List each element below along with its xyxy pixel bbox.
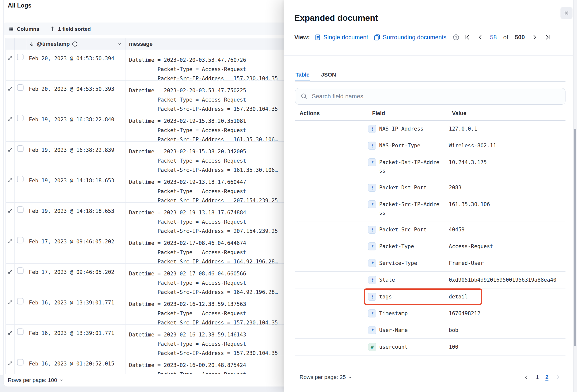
expand-document-icon[interactable] [7, 299, 13, 327]
row-checkbox[interactable] [17, 328, 24, 335]
expanded-document-flyout: Expanded document View: Single document … [284, 0, 577, 392]
expand-document-icon[interactable] [7, 55, 13, 83]
flyout-tabs: Table JSON [295, 68, 337, 82]
expand-document-icon[interactable] [7, 177, 13, 205]
log-timestamp: Feb 16, 2023 @ 13:39:01.771 [29, 330, 114, 336]
search-input[interactable] [312, 93, 560, 100]
field-value: bob [449, 327, 458, 333]
field-actions-cell [295, 242, 364, 251]
expand-document-icon[interactable] [7, 208, 13, 236]
field-name: NAS-IP-Address [379, 125, 423, 133]
tabs-divider [295, 81, 565, 82]
log-timestamp: Feb 20, 2023 @ 04:53:50.394 [29, 56, 114, 62]
expand-document-icon[interactable] [7, 86, 13, 114]
log-timestamp: Feb 20, 2023 @ 04:53:50.393 [29, 86, 114, 92]
first-document-button[interactable] [464, 34, 471, 41]
field-value: 100 [449, 344, 458, 350]
last-document-button[interactable] [544, 34, 551, 41]
column-actions-chevron-icon[interactable] [117, 41, 122, 47]
row-checkbox[interactable] [17, 298, 24, 304]
field-name: State [379, 276, 395, 284]
field-search [295, 88, 565, 105]
field-actions-cell [295, 141, 364, 150]
view-row: View: Single document Surrounding docume… [294, 33, 551, 42]
columns-button-label: Columns [17, 26, 39, 32]
field-column-header: Field [364, 110, 449, 117]
view-single-document-link[interactable]: Single document [314, 34, 368, 41]
field-name: Packet-Src-IP-Address [379, 200, 441, 217]
field-name: Packet-Dst-Port [379, 183, 427, 192]
expand-document-icon[interactable] [7, 147, 13, 175]
next-document-button[interactable] [531, 34, 538, 41]
field-value: 2083 [449, 185, 462, 191]
log-timestamp: Feb 17, 2023 @ 09:46:05.202 [29, 239, 114, 245]
select-column-header [15, 38, 26, 50]
field-row: t NAS-IP-Address 127.0.0.1 [295, 121, 565, 137]
field-table-pager: 1 2 [523, 374, 566, 380]
row-checkbox[interactable] [17, 145, 24, 152]
chevron-down-icon [59, 378, 64, 382]
flyout-header-divider [284, 56, 577, 56]
flyout-rows-per-page-button[interactable]: Rows per page: 25 [295, 374, 352, 380]
row-checkbox[interactable] [17, 84, 24, 91]
tab-json[interactable]: JSON [321, 72, 337, 82]
sort-updown-icon [49, 26, 56, 32]
expand-document-icon[interactable] [7, 116, 13, 144]
previous-document-button[interactable] [477, 34, 484, 41]
log-timestamp: Feb 19, 2023 @ 16:38:22.839 [29, 147, 114, 153]
field-name: tags [379, 292, 392, 301]
row-checkbox[interactable] [17, 115, 24, 121]
row-checkbox[interactable] [17, 267, 24, 274]
field-actions-cell [295, 200, 364, 217]
field-name: Packet-Type [379, 242, 414, 251]
log-timestamp: Feb 16, 2023 @ 01:20:52.015 [29, 361, 114, 367]
field-name: Packet-Dst-IP-Address [379, 158, 441, 175]
field-value: Wireless-802.11 [449, 143, 496, 149]
expand-document-icon[interactable] [7, 269, 13, 297]
rows-per-page-button[interactable]: Rows per page: 100 [8, 377, 64, 383]
columns-button[interactable]: Columns [8, 26, 39, 32]
message-column-label: message [129, 41, 153, 47]
field-value: 0xd9051bb4d9201695001956319a88ea40 [449, 277, 556, 283]
field-name: usercount [379, 343, 408, 351]
close-button[interactable] [560, 7, 572, 19]
document-icon [314, 34, 321, 41]
field-table: Actions Field Value t NAS-IP-Address 127… [295, 106, 565, 355]
field-row: t Packet-Src-IP-Address 161.35.30.106 [295, 196, 565, 221]
page-title: All Logs [8, 2, 32, 9]
next-page-button[interactable] [555, 374, 561, 380]
clock-icon [72, 41, 78, 47]
field-actions-cell [295, 276, 364, 284]
field-value: 10.244.3.175 [449, 159, 487, 165]
table-of-contents-icon [8, 26, 14, 32]
row-checkbox[interactable] [17, 54, 24, 60]
expand-document-icon[interactable] [7, 330, 13, 358]
value-column-header: Value [449, 110, 565, 117]
row-checkbox[interactable] [17, 359, 24, 365]
row-checkbox[interactable] [17, 176, 24, 182]
scrollbar-thumb[interactable] [574, 129, 576, 346]
field-type-badge: t [368, 293, 376, 301]
field-row: t tags detail [295, 288, 565, 305]
document-position-current[interactable]: 58 [490, 34, 497, 41]
view-surrounding-documents-link[interactable]: Surrounding documents [374, 34, 447, 41]
log-timestamp: Feb 19, 2023 @ 16:38:22.840 [29, 117, 114, 123]
page-2-button[interactable]: 2 [545, 374, 548, 380]
field-actions-cell [295, 292, 364, 301]
tab-table[interactable]: Table [295, 72, 310, 82]
field-row: t Service-Type Framed-User [295, 255, 565, 272]
expand-document-icon[interactable] [7, 238, 13, 266]
help-icon[interactable] [453, 34, 460, 41]
previous-page-button[interactable] [523, 374, 529, 380]
row-checkbox[interactable] [17, 237, 24, 243]
row-checkbox[interactable] [17, 206, 24, 213]
field-actions-cell [295, 343, 364, 351]
field-name: Timestamp [379, 309, 408, 318]
search-icon [300, 93, 308, 100]
page-1-button[interactable]: 1 [536, 374, 539, 380]
sorted-fields-button[interactable]: 1 field sorted [49, 26, 91, 32]
field-name: NAS-Port-Type [379, 141, 420, 150]
field-type-badge: # [368, 343, 376, 351]
expand-document-icon[interactable] [7, 360, 13, 374]
timestamp-column-header[interactable]: @timestamp [26, 38, 125, 50]
